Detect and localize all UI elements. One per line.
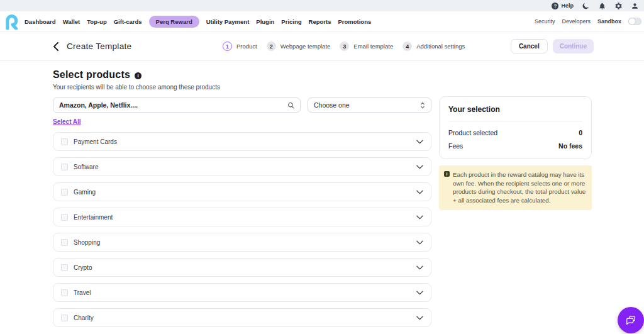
page-title: Create Template	[67, 42, 131, 51]
help-label: Help	[561, 3, 574, 9]
info-icon[interactable]: i	[135, 72, 142, 79]
nav-item-promotions[interactable]: Promotions	[338, 18, 371, 25]
selection-summary-card: Your selection Product selected0 FeesNo …	[439, 96, 592, 159]
account-icon[interactable]	[631, 2, 639, 10]
accordion-row-travel[interactable]: Travel	[53, 283, 431, 302]
main-nav: Dashboard Wallet Top-up Gift-cards Perq …	[0, 11, 644, 32]
category-accordion: Payment Cards Software Gaming Entertainm…	[53, 132, 431, 327]
fees-note: i Each product in the reward catalog may…	[439, 165, 592, 210]
sandbox-toggle[interactable]	[628, 18, 641, 25]
accordion-row-software[interactable]: Software	[53, 157, 431, 176]
dark-mode-icon[interactable]	[582, 2, 590, 10]
divider	[448, 121, 582, 121]
nav-item-top-up[interactable]: Top-up	[87, 18, 106, 25]
selection-row-fees: FeesNo fees	[448, 142, 582, 150]
stepper: 1Product 2Webpage template 3Email templa…	[223, 32, 465, 60]
chat-fab[interactable]	[618, 307, 644, 333]
side-panel: Your selection Product selected0 FeesNo …	[439, 96, 592, 210]
nav-link-security[interactable]: Security	[535, 18, 555, 25]
accordion-row-payment-cards[interactable]: Payment Cards	[53, 132, 431, 151]
sandbox-label: Sandbox	[597, 18, 621, 25]
product-search-input[interactable]	[59, 101, 287, 109]
checkbox[interactable]	[61, 214, 68, 221]
accordion-row-crypto[interactable]: Crypto	[53, 258, 431, 277]
search-icon	[287, 102, 294, 109]
chevron-down-icon	[416, 291, 423, 295]
section-subheading: Your recipients will be able to choose a…	[53, 84, 644, 91]
selection-row-products: Product selected0	[448, 129, 582, 136]
product-search-box	[53, 97, 301, 113]
notifications-icon[interactable]	[598, 2, 606, 10]
category-select[interactable]: Choose one	[308, 97, 431, 113]
select-all-link[interactable]: Select All	[53, 118, 81, 125]
nav-item-dashboard[interactable]: Dashboard	[25, 18, 56, 25]
chevron-down-icon	[416, 165, 423, 169]
nav-item-plugin[interactable]: Plugin	[256, 18, 274, 25]
settings-icon[interactable]	[614, 2, 623, 10]
checkbox[interactable]	[61, 315, 68, 321]
accordion-row-gaming[interactable]: Gaming	[53, 182, 431, 201]
chevron-down-icon	[416, 265, 423, 270]
checkbox[interactable]	[61, 164, 68, 170]
checkbox[interactable]	[61, 289, 68, 296]
checkbox[interactable]	[61, 239, 68, 246]
section-heading: Select products	[53, 69, 130, 81]
chevron-down-icon	[416, 215, 423, 220]
main-content: Select products i Your recipients will b…	[0, 61, 644, 327]
checkbox[interactable]	[61, 264, 68, 271]
cancel-button[interactable]: Cancel	[511, 39, 548, 53]
chevron-down-icon	[416, 240, 423, 245]
continue-button[interactable]: Continue	[553, 39, 594, 53]
step-additional-settings[interactable]: 4Additional settings	[402, 42, 465, 51]
checkbox[interactable]	[61, 138, 68, 145]
chevron-down-icon	[416, 140, 423, 144]
note-text: Each product in the reward catalog may h…	[453, 170, 587, 205]
nav-item-perq-reward[interactable]: Perq Reward	[149, 16, 199, 28]
nav-item-reports[interactable]: Reports	[309, 18, 331, 25]
category-select-value: Choose one	[314, 101, 350, 109]
top-utility-bar: ?Help	[0, 0, 644, 11]
accordion-row-charity[interactable]: Charity	[53, 308, 431, 327]
note-info-icon: i	[444, 171, 450, 177]
chevron-down-icon	[416, 190, 423, 194]
page-header: Create Template 1Product 2Webpage templa…	[0, 32, 644, 61]
nav-item-wallet[interactable]: Wallet	[63, 18, 80, 25]
help-button[interactable]: ?Help	[552, 3, 574, 9]
accordion-row-entertainment[interactable]: Entertainment	[53, 208, 431, 226]
brand-logo[interactable]	[4, 14, 19, 29]
nav-item-pricing[interactable]: Pricing	[281, 18, 301, 25]
nav-link-developers[interactable]: Developers	[562, 18, 591, 25]
chevron-down-icon	[416, 316, 423, 320]
select-updown-icon	[420, 101, 425, 109]
back-button[interactable]	[53, 42, 58, 51]
accordion-row-shopping[interactable]: Shopping	[53, 233, 431, 252]
step-webpage-template[interactable]: 2Webpage template	[267, 42, 331, 51]
selection-title: Your selection	[448, 105, 582, 114]
step-product[interactable]: 1Product	[223, 42, 257, 51]
checkbox[interactable]	[61, 189, 68, 196]
nav-item-gift-cards[interactable]: Gift-cards	[114, 18, 142, 25]
help-icon: ?	[552, 3, 558, 9]
nav-item-utility-payment[interactable]: Utility Payment	[206, 18, 250, 25]
step-email-template[interactable]: 3Email template	[340, 42, 393, 51]
